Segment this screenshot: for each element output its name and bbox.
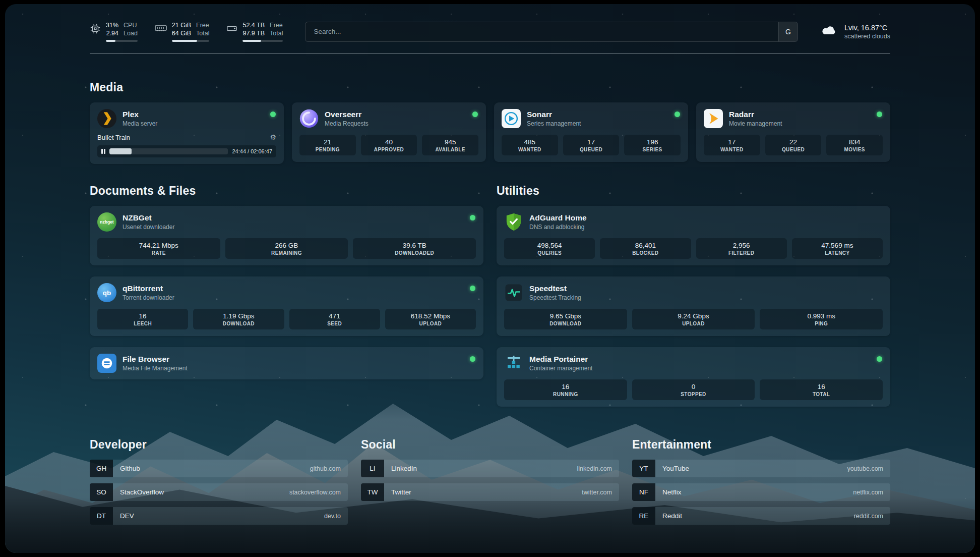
speedtest-icon <box>504 283 523 302</box>
weather-widget[interactable]: Lviv, 16.87°C scattered clouds <box>820 24 890 40</box>
bookmark-twitter[interactable]: TW Twitter twitter.com <box>361 483 619 501</box>
stat-label: APPROVED <box>363 147 415 152</box>
filebrowser-subtitle: Media File Management <box>122 365 188 372</box>
search-provider-button[interactable]: G <box>778 22 798 41</box>
bookmark-netflix[interactable]: NF Netflix netflix.com <box>632 483 890 501</box>
disk-free-label: Free <box>270 21 283 29</box>
stat-value: 22 <box>767 138 820 146</box>
cpu-widget: 31% 2.94 CPU Load <box>90 21 138 42</box>
bookmark-label: YouTube <box>662 465 689 472</box>
stat-wanted: 485 WANTED <box>502 135 558 155</box>
overseerr-icon <box>299 109 319 128</box>
stat-value: 16 <box>762 383 881 391</box>
service-card-speedtest[interactable]: Speedtest Speedtest Tracking 9.65 Gbps D… <box>497 276 890 336</box>
stat-label: WANTED <box>706 147 758 152</box>
stat-label: LEECH <box>99 321 186 326</box>
cpu-label: CPU <box>124 21 138 29</box>
memory-total-value: 64 GiB <box>172 29 191 37</box>
stat-series: 196 SERIES <box>624 135 681 155</box>
stat-label: AVAILABLE <box>424 147 476 152</box>
stat-label: RATE <box>99 250 218 256</box>
nzbget-icon: nzbget <box>97 212 116 232</box>
memory-free-label: Free <box>196 21 209 29</box>
memory-free-value: 21 GiB <box>172 21 191 29</box>
stat-ping: 0.993 ms PING <box>760 309 883 329</box>
bookmark-reddit[interactable]: RE Reddit reddit.com <box>632 507 890 525</box>
plex-media-bar: 24:44 / 02:06:47 <box>97 145 276 157</box>
stat-value: 266 GB <box>227 242 346 249</box>
memory-widget: 21 GiB 64 GiB Free Total <box>155 21 210 42</box>
sonarr-status-dot <box>675 112 680 117</box>
service-card-portainer[interactable]: Media Portainer Container management 16 … <box>497 347 890 407</box>
overseerr-subtitle: Media Requests <box>325 120 369 127</box>
stat-available: 945 AVAILABLE <box>422 135 478 155</box>
adguard-icon <box>504 212 523 232</box>
stat-label: QUEUED <box>565 147 618 152</box>
bookmark-label: Reddit <box>662 512 682 520</box>
gear-icon[interactable]: ⚙ <box>270 133 276 141</box>
stat-label: DOWNLOAD <box>195 321 282 326</box>
disk-total-value: 97.9 TB <box>242 29 265 37</box>
bookmark-linkedin[interactable]: LI LinkedIn linkedin.com <box>361 460 619 477</box>
service-card-qbittorrent[interactable]: qb qBittorrent Torrent downloader 16 LEE… <box>90 276 483 336</box>
service-card-nzbget[interactable]: nzbget NZBGet Usenet downloader 744.21 M… <box>90 206 483 265</box>
stat-filtered: 2,956 FILTERED <box>696 238 787 259</box>
stat-value: 86,401 <box>602 242 689 249</box>
plex-subtitle: Media server <box>122 120 157 127</box>
portainer-icon <box>504 354 523 373</box>
search-input[interactable] <box>305 22 778 41</box>
sonarr-stats: 485 WANTED 17 QUEUED 196 SERIES <box>502 135 681 155</box>
service-card-overseerr[interactable]: Overseerr Media Requests 21 PENDING 40 A… <box>292 102 486 162</box>
bookmark-url: reddit.com <box>854 513 883 520</box>
stat-label: DOWNLOAD <box>506 321 625 326</box>
topbar-divider <box>90 53 890 53</box>
nzbget-subtitle: Usenet downloader <box>122 224 174 231</box>
stat-label: SERIES <box>626 147 679 152</box>
stat-leech: 16 LEECH <box>97 309 188 329</box>
stat-value: 9.24 Gbps <box>634 312 753 320</box>
twitter-abbr-icon: TW <box>361 483 384 501</box>
service-card-filebrowser[interactable]: File Browser Media File Management <box>90 347 483 379</box>
bookmark-label: DEV <box>120 512 134 520</box>
stat-download: 1.19 Gbps DOWNLOAD <box>193 309 284 329</box>
plex-progress-track[interactable] <box>109 148 228 154</box>
portainer-name: Media Portainer <box>529 355 592 364</box>
cpu-progress-track <box>106 40 138 42</box>
filebrowser-icon <box>97 354 116 373</box>
stat-value: 47.569 ms <box>794 242 881 249</box>
stat-label: QUEUED <box>767 147 820 152</box>
stat-value: 21 <box>301 138 354 146</box>
bookmark-dev[interactable]: DT DEV dev.to <box>90 507 348 525</box>
nzbget-name: NZBGet <box>122 213 174 222</box>
social-section-title: Social <box>361 438 619 452</box>
adguard-subtitle: DNS and adblocking <box>529 224 587 231</box>
stat-value: 16 <box>506 383 625 391</box>
stat-value: 834 <box>828 138 881 146</box>
service-card-plex[interactable]: Plex Media server Bullet Train ⚙ <box>90 102 284 164</box>
reddit-abbr-icon: RE <box>632 507 655 525</box>
disk-total-label: Total <box>270 29 283 37</box>
stat-label: DOWNLOADED <box>355 250 474 256</box>
stat-value: 0 <box>634 383 753 391</box>
dashboard-screen: 31% 2.94 CPU Load <box>5 4 975 553</box>
search-bar: G <box>305 22 798 42</box>
sonarr-icon <box>502 109 521 128</box>
bookmark-stackoverflow[interactable]: SO StackOverflow stackoverflow.com <box>90 483 348 501</box>
stat-value: 485 <box>504 138 556 146</box>
stat-label: PING <box>762 321 881 326</box>
bookmark-github[interactable]: GH Github github.com <box>90 460 348 477</box>
bookmark-youtube[interactable]: YT YouTube youtube.com <box>632 460 890 477</box>
service-card-radarr[interactable]: Radarr Movie management 17 WANTED 22 QUE… <box>696 102 890 162</box>
stat-queued: 22 QUEUED <box>765 135 822 155</box>
disk-widget: 52.4 TB 97.9 TB Free Total <box>226 21 283 42</box>
stat-pending: 21 PENDING <box>299 135 356 155</box>
entertainment-section-title: Entertainment <box>632 438 890 452</box>
service-card-adguard[interactable]: AdGuard Home DNS and adblocking 498,564 … <box>497 206 890 265</box>
pause-button[interactable] <box>101 149 105 154</box>
media-section-title: Media <box>90 81 890 94</box>
stat-value: 0.993 ms <box>762 312 881 320</box>
netflix-abbr-icon: NF <box>632 483 655 501</box>
bookmark-url: dev.to <box>324 513 341 520</box>
service-card-sonarr[interactable]: Sonarr Series management 485 WANTED 17 Q… <box>494 102 688 162</box>
stat-label: FILTERED <box>698 250 785 256</box>
